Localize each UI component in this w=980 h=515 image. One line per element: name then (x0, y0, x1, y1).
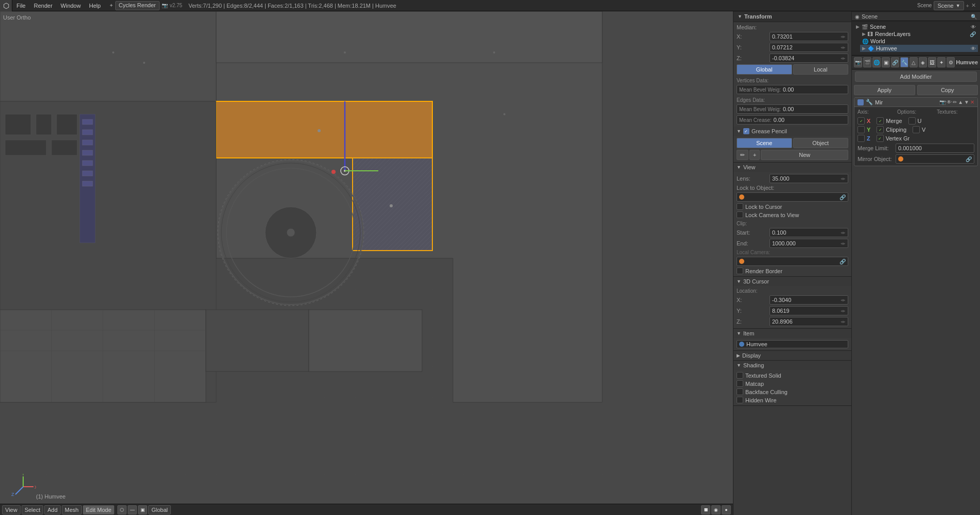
merge-check[interactable]: ✓ (877, 117, 884, 125)
render-border-check[interactable] (737, 268, 743, 274)
clipping-label: Clipping (886, 127, 906, 133)
clip-label: Clip: (737, 221, 848, 226)
matcap-check[interactable] (737, 380, 743, 387)
cursor-y-value[interactable]: 8.0619 ◂▸ (769, 306, 848, 315)
display-header[interactable]: ▶ Display (733, 351, 851, 360)
prop-icon-modifier[interactable]: 🔧 (900, 57, 908, 67)
gp-scene-btn[interactable]: Scene (737, 138, 792, 148)
gp-object-btn[interactable]: Object (793, 138, 849, 148)
grease-pencil-header[interactable]: ▼ ✓ Grease Pencil (733, 127, 851, 136)
item-name-field[interactable]: Humvee (737, 340, 848, 348)
cursor-3d-header[interactable]: ▼ 3D Cursor (733, 277, 851, 286)
solid-mode[interactable]: ● (722, 505, 731, 514)
gp-new-btn[interactable]: New (761, 150, 848, 160)
clip-end-value[interactable]: 1000.000 ◂▸ (769, 239, 848, 248)
clipping-check[interactable]: ✓ (877, 126, 884, 133)
edge-select[interactable]: ― (128, 505, 137, 514)
u-check[interactable] (908, 117, 916, 125)
axis-x-check[interactable]: ✓ (857, 117, 865, 125)
textured-solid-check[interactable] (737, 372, 743, 379)
viewport[interactable]: User Ortho X Y Z (1) Humvee View Select … (0, 11, 733, 515)
item-header[interactable]: ▼ Item (733, 329, 851, 338)
tree-humvee[interactable]: ▶ 🔷 Humvee 👁 (860, 45, 978, 52)
mirror-enable-check[interactable] (857, 99, 864, 105)
prop-icon-render[interactable]: 📷 (854, 57, 862, 67)
add-modifier-btn[interactable]: Add Modifier (855, 72, 977, 82)
scene-eye[interactable]: 👁 (971, 24, 976, 30)
axis-y-check[interactable] (857, 126, 865, 133)
rl-icons[interactable]: 🔗 (970, 31, 976, 37)
mirror-object-field[interactable]: 🔗 (896, 154, 974, 164)
hidden-wire-check[interactable] (737, 397, 743, 403)
menu-file[interactable]: File (12, 0, 30, 11)
mirror-down-icon[interactable]: ▼ (964, 99, 969, 105)
prop-icon-data[interactable]: △ (909, 57, 918, 67)
transform-space[interactable]: Global (148, 505, 171, 514)
merge-limit-value[interactable]: 0.001000 (896, 144, 974, 153)
gp-plus-btn[interactable]: + (749, 150, 760, 160)
scene-input[interactable]: Scene ▼ (934, 1, 964, 10)
prop-icon-object[interactable]: ▣ (882, 57, 890, 67)
mirror-delete-icon[interactable]: ✕ (970, 99, 974, 105)
copy-btn[interactable]: Copy (917, 85, 978, 95)
axis-z-check[interactable] (857, 135, 865, 142)
vert-bevel-field[interactable]: Mean Bevel Weig: 0.00 (737, 85, 848, 94)
prop-icon-constraints[interactable]: 🔗 (891, 57, 899, 67)
global-btn[interactable]: Global (737, 64, 792, 75)
vertex-select[interactable]: ⬡ (117, 505, 127, 514)
backface-culling-check[interactable] (737, 388, 743, 395)
view-section-header[interactable]: ▼ View (733, 163, 851, 172)
apply-btn[interactable]: Apply (854, 85, 915, 95)
tree-world[interactable]: 🌐 World (860, 38, 978, 45)
lock-camera-check[interactable] (737, 211, 743, 218)
shading-header[interactable]: ▼ Shading (733, 361, 851, 370)
mirror-edit-icon[interactable]: ✏ (953, 99, 957, 105)
vertex-gr-check[interactable]: ✓ (877, 135, 884, 142)
prop-icon-scene[interactable]: 🎬 (863, 57, 871, 67)
y-value[interactable]: 0.07212 ◂▸ (769, 43, 848, 52)
local-btn[interactable]: Local (793, 64, 849, 75)
scene-close[interactable]: ✕ (971, 2, 976, 9)
lens-value[interactable]: 35.000 ◂▸ (769, 174, 848, 183)
prop-icon-physics[interactable]: ⚙ (947, 57, 955, 67)
proportional-edit[interactable]: ◉ (711, 505, 721, 514)
prop-icon-particles[interactable]: ✦ (937, 57, 946, 67)
face-select[interactable]: ▣ (138, 505, 147, 514)
menu-window[interactable]: Window (57, 0, 85, 11)
menu-help[interactable]: Help (85, 0, 105, 11)
z-value[interactable]: -0.03824 ◂▸ (769, 54, 848, 63)
mirror-render-icon[interactable]: 📷 (939, 99, 946, 105)
lock-object-field[interactable]: 🔗 (737, 192, 848, 202)
mode-selector[interactable]: Edit Mode (83, 505, 115, 514)
mesh-menu[interactable]: Mesh (62, 505, 82, 514)
mirror-eye-icon[interactable]: 👁 (947, 99, 952, 105)
tree-scene[interactable]: ▶ 🎬 Scene 👁 (854, 23, 978, 30)
local-camera-field[interactable]: 🔗 (737, 257, 848, 266)
prop-icon-material[interactable]: ◈ (919, 57, 927, 67)
mirror-obj-link[interactable]: 🔗 (966, 156, 972, 162)
edge-bevel-field[interactable]: Mean Bevel Weig: 0.00 (737, 104, 848, 114)
tree-renderlayers[interactable]: ▶ 🎞 RenderLayers 🔗 (860, 30, 978, 38)
outliner-search[interactable]: 🔍 (971, 14, 977, 20)
engine-selector[interactable]: Cycles Render (115, 1, 160, 10)
lock-cursor-check[interactable] (737, 203, 743, 210)
mean-crease-field[interactable]: Mean Crease: 0.00 (737, 115, 848, 125)
gp-checkbox[interactable]: ✓ (743, 128, 749, 134)
select-menu[interactable]: Select (22, 505, 44, 514)
snap-toggle[interactable]: 🔲 (701, 505, 710, 514)
cursor-x-value[interactable]: -0.3040 ◂▸ (769, 295, 848, 305)
mirror-up-icon[interactable]: ▲ (958, 99, 963, 105)
view-menu[interactable]: View (2, 505, 21, 514)
x-value[interactable]: 0.73201 ◂▸ (769, 32, 848, 41)
add-menu[interactable]: Add (44, 505, 61, 514)
y-field-row: Y: 0.07212 ◂▸ (737, 43, 848, 52)
hv-eye[interactable]: 👁 (971, 46, 976, 51)
gp-pencil-icon[interactable]: ✏ (737, 150, 748, 160)
cursor-z-value[interactable]: 20.8906 ◂▸ (769, 317, 848, 326)
scene-add[interactable]: + (966, 3, 969, 9)
menu-render[interactable]: Render (30, 0, 57, 11)
v-check[interactable] (913, 126, 920, 133)
prop-icon-world[interactable]: 🌐 (872, 57, 881, 67)
clip-start-value[interactable]: 0.100 ◂▸ (769, 228, 848, 237)
prop-icon-texture[interactable]: 🖼 (928, 57, 936, 67)
